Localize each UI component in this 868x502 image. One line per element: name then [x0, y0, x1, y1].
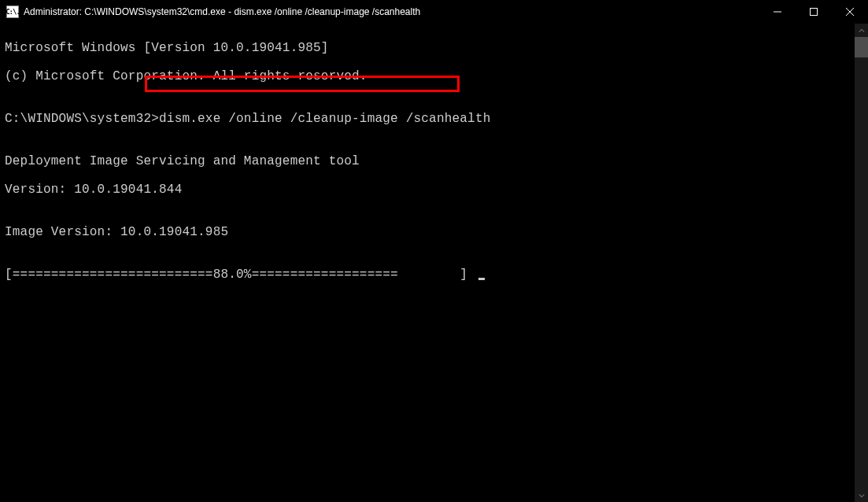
cursor	[478, 278, 485, 280]
titlebar-left: C:\. Administrator: C:\WINDOWS\system32\…	[0, 6, 420, 18]
output-line: Microsoft Windows [Version 10.0.19041.98…	[5, 41, 849, 55]
output-line: Image Version: 10.0.19041.985	[5, 225, 849, 239]
minimize-button[interactable]	[759, 0, 796, 24]
prompt-line: C:\WINDOWS\system32>dism.exe /online /cl…	[5, 112, 849, 126]
svg-rect-1	[811, 9, 818, 16]
terminal-output[interactable]: Microsoft Windows [Version 10.0.19041.98…	[0, 24, 854, 313]
scrollbar[interactable]	[855, 24, 868, 502]
output-line: Version: 10.0.19041.844	[5, 183, 849, 197]
window-controls	[759, 0, 868, 24]
titlebar[interactable]: C:\. Administrator: C:\WINDOWS\system32\…	[0, 0, 868, 24]
entered-command: dism.exe /online /cleanup-image /scanhea…	[159, 112, 490, 126]
prompt-prefix: C:\WINDOWS\system32>	[5, 112, 159, 126]
cmd-icon: C:\.	[6, 6, 19, 18]
output-line: (c) Microsoft Corporation. All rights re…	[5, 69, 849, 83]
maximize-button[interactable]	[796, 0, 832, 24]
output-line: Deployment Image Servicing and Managemen…	[5, 154, 849, 168]
window-title: Administrator: C:\WINDOWS\system32\cmd.e…	[24, 6, 420, 17]
scroll-thumb[interactable]	[855, 37, 868, 57]
scroll-up-button[interactable]	[855, 24, 868, 37]
progress-line: [==========================88.0%========…	[5, 268, 849, 282]
close-button[interactable]	[832, 0, 868, 24]
scroll-down-button[interactable]	[855, 489, 868, 502]
